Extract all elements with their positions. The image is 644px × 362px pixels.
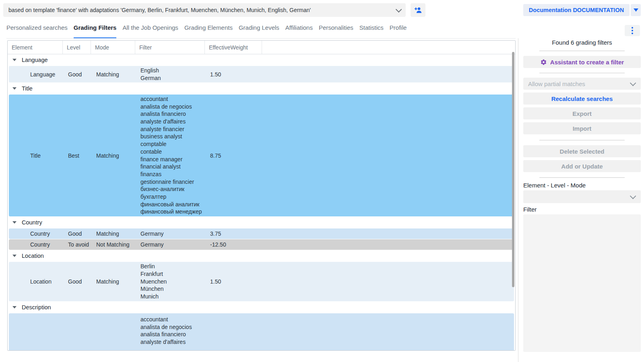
delete-selected-button[interactable]: Delete Selected (523, 145, 641, 157)
assistant-create-filter-button[interactable]: Assistant to create a filter (523, 56, 641, 68)
cell-mode: Matching (92, 95, 136, 216)
filter-row-title-best[interactable]: TitleBestMatchingaccountantanalista de n… (9, 95, 514, 216)
cell-effectiveweight: 3.75 (206, 228, 263, 239)
cell-element (9, 313, 64, 351)
cell-element: Location (9, 262, 64, 301)
group-label: Description (22, 304, 51, 311)
cell-filter: accountantanalista de negociosanalista f… (136, 95, 206, 216)
cell-mode: Matching (92, 66, 136, 82)
cell-mode: Matching (92, 262, 136, 301)
column-header-level[interactable]: Level (63, 41, 91, 54)
tab-grading-elements[interactable]: Grading Elements (184, 24, 233, 39)
cell-effectiveweight: 1.50 (206, 66, 263, 82)
cell-level: Best (64, 95, 92, 216)
table-body: LanguageLanguageGoodMatchingEnglishGerma… (8, 54, 515, 351)
tab-statistics[interactable]: Statistics (359, 24, 384, 39)
collapse-triangle-icon (12, 221, 17, 224)
group-label: Country (22, 219, 42, 226)
group-label: Language (22, 57, 48, 63)
group-row-country[interactable]: Country (8, 217, 515, 228)
table-scrollbar-thumb[interactable] (512, 52, 514, 287)
group-label: Location (22, 253, 44, 259)
cell-empty (263, 313, 514, 351)
add-user-button[interactable] (411, 3, 425, 17)
app-window: based on template 'finance' with adaptat… (0, 0, 644, 362)
assistant-button-label: Assistant to create a filter (550, 59, 624, 66)
tab-profile[interactable]: Profile (390, 24, 407, 39)
documentation-dropdown-button[interactable] (631, 4, 641, 16)
cell-mode: Matching (92, 228, 136, 239)
more-options-button[interactable] (625, 25, 640, 36)
cell-effectiveweight: 1.50 (206, 262, 263, 301)
filter-row-country-to-avoid[interactable]: CountryTo avoidNot MatchingGermany-12.50 (9, 239, 514, 250)
chevron-down-icon (630, 80, 636, 86)
divider (539, 73, 625, 73)
recalculate-searches-button[interactable]: Recalculate searches (523, 93, 641, 105)
allow-partial-matches-placeholder: Allow partial matches (528, 80, 585, 87)
cell-filter: accountantanalista de negociosanalista f… (136, 313, 206, 351)
cell-level: Good (64, 262, 92, 301)
filter-row-country-good[interactable]: CountryGoodMatchingGermany3.75 (9, 228, 514, 239)
cell-element: Country (9, 239, 64, 250)
sidebar-divider (518, 38, 518, 362)
column-header-mode[interactable]: Mode (91, 41, 135, 54)
documentation-button[interactable]: Documentation DOCUMENTATION (523, 4, 630, 16)
tabs-baseline (6, 38, 516, 39)
cell-filter: Germany (136, 239, 206, 250)
gear-icon (540, 59, 547, 66)
cell-filter: Germany (136, 228, 206, 239)
export-button[interactable]: Export (523, 107, 641, 119)
tab-affiliations[interactable]: Affiliations (285, 24, 313, 39)
cell-mode (92, 313, 136, 351)
cell-level: To avoid (64, 239, 92, 250)
table-header: Element Level Mode Filter EffectiveWeigh… (8, 41, 515, 54)
cell-filter: EnglishGerman (136, 66, 206, 82)
cell-empty (263, 95, 514, 216)
cell-level: Good (64, 228, 92, 239)
filter-label: Filter (523, 206, 537, 213)
cell-filter: BerlinFrankfurtMuenchenMünchenMunich (136, 262, 206, 301)
triangle-down-icon (634, 8, 638, 12)
found-filters-count: Found 6 grading filters (523, 39, 641, 46)
divider (539, 51, 625, 51)
column-header-empty (262, 41, 515, 54)
cell-element: Language (9, 66, 64, 82)
tab-all-the-job-openings[interactable]: All the Job Openings (122, 24, 178, 39)
tab-grading-filters[interactable]: Grading Filters (74, 24, 117, 39)
import-button[interactable]: Import (523, 122, 641, 134)
kebab-menu-icon (632, 27, 633, 29)
group-row-language[interactable]: Language (8, 54, 515, 66)
column-header-element[interactable]: Element (8, 41, 63, 54)
collapse-triangle-icon (12, 59, 17, 61)
template-selector-value: based on template 'finance' with adaptat… (8, 7, 311, 13)
tab-personalities[interactable]: Personalities (319, 24, 353, 39)
filter-row-location-good[interactable]: LocationGoodMatchingBerlinFrankfurtMuenc… (9, 262, 514, 301)
cell-level: Good (64, 66, 92, 82)
column-header-effectiveweight[interactable]: EffectiveWeight (205, 41, 262, 54)
cell-element: Title (9, 95, 64, 216)
column-header-filter[interactable]: Filter (135, 41, 205, 54)
collapse-triangle-icon (12, 87, 17, 90)
allow-partial-matches-select[interactable]: Allow partial matches (523, 78, 641, 90)
add-or-update-button[interactable]: Add or Update (523, 160, 641, 172)
element-level-mode-select[interactable] (523, 190, 641, 203)
tab-personalized-searches[interactable]: Personalized searches (6, 24, 68, 39)
template-selector[interactable]: based on template 'finance' with adaptat… (3, 3, 406, 17)
divider (539, 177, 625, 178)
group-row-location[interactable]: Location (8, 250, 515, 261)
cell-empty (263, 239, 514, 250)
element-level-mode-label: Element - Level - Mode (523, 182, 586, 189)
group-row-description[interactable]: Description (8, 302, 515, 313)
cell-empty (263, 66, 514, 82)
filter-textarea[interactable] (523, 214, 641, 352)
group-label: Title (22, 85, 33, 92)
filter-row-description[interactable]: accountantanalista de negociosanalista f… (9, 313, 514, 351)
divider (539, 140, 625, 140)
cell-effectiveweight: -12.50 (206, 239, 263, 250)
collapse-triangle-icon (12, 306, 17, 309)
tab-grading-levels[interactable]: Grading Levels (239, 24, 279, 39)
tab-bar: Personalized searchesGrading FiltersAll … (6, 24, 407, 39)
group-row-title[interactable]: Title (8, 83, 515, 94)
filter-row-language-good[interactable]: LanguageGoodMatchingEnglishGerman1.50 (9, 66, 514, 82)
cell-mode: Not Matching (92, 239, 136, 250)
